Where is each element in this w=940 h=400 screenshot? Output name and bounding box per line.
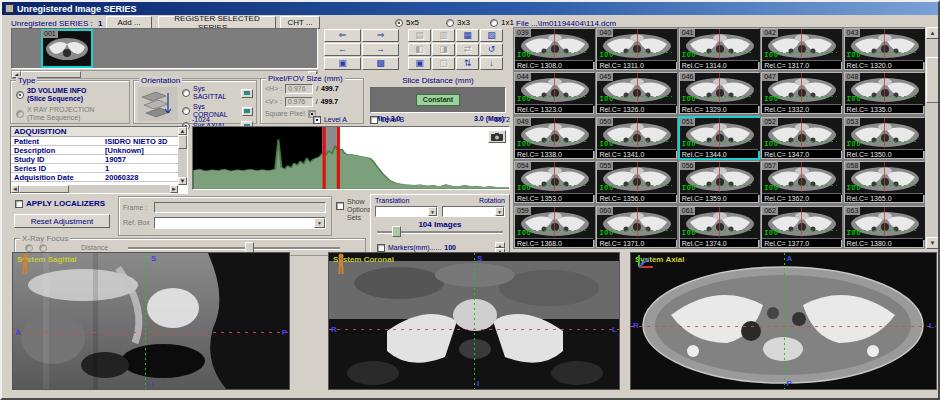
- refbox-dropdown-icon[interactable]: ▼: [314, 218, 325, 228]
- grid-vscrollbar[interactable]: ▲ ▼: [926, 27, 939, 249]
- snapshot-camera-button[interactable]: [488, 130, 506, 143]
- axial-crosshair-vline[interactable]: [784, 253, 785, 389]
- acq-scroll-up-icon[interactable]: ▲: [178, 127, 187, 135]
- radio-xray-projection[interactable]: [16, 110, 24, 118]
- table-row[interactable]: ModalityCT: [11, 182, 179, 184]
- copy-series-button[interactable]: ▥: [432, 29, 455, 42]
- slice-position-thumb[interactable]: [392, 226, 401, 237]
- push-series-left-button[interactable]: ⇐: [324, 29, 361, 42]
- move-image-right-button[interactable]: →: [362, 43, 399, 56]
- acquisition-hscrollbar[interactable]: ◄ ►: [11, 185, 178, 193]
- flip-vertical-button[interactable]: ◨: [432, 43, 455, 56]
- sagittal-view[interactable]: System Sagittal S I A P: [12, 252, 290, 390]
- sagittal-crosshair-hline[interactable]: [13, 332, 289, 333]
- axial-view[interactable]: System Axial A P R L: [630, 252, 937, 390]
- orientation-option-sagittal[interactable]: Sys SAGITTAL: [182, 85, 256, 101]
- acq-vscroll-thumb[interactable]: [178, 135, 187, 149]
- remove-image-button[interactable]: ▣: [324, 57, 361, 70]
- slice-thumbnail[interactable]: 050 100 Rel.C= 1341.0: [596, 117, 676, 159]
- slice-thumbnail[interactable]: 052 100 Rel.C= 1347.0: [761, 117, 841, 159]
- grid-layout-option-1x1[interactable]: 1x1: [490, 18, 514, 28]
- translation-field[interactable]: ▼: [375, 206, 438, 217]
- rotation-field[interactable]: ▼: [442, 206, 505, 217]
- slice-thumbnail[interactable]: 048 100 Rel.C= 1335.0: [844, 72, 924, 114]
- series-filmstrip[interactable]: 001: [11, 28, 318, 69]
- level-b-checkbox[interactable]: [370, 116, 378, 124]
- radio-3d-volume[interactable]: [16, 91, 24, 99]
- markers-checkbox[interactable]: [377, 244, 385, 252]
- grid-layout-option-5x5[interactable]: 5x5: [395, 18, 419, 28]
- slice-thumbnail[interactable]: 039 100 Rel.C= 1308.0: [514, 28, 594, 70]
- reorder-stack-button[interactable]: ⇅: [456, 57, 479, 70]
- show-optional-checkbox[interactable]: [336, 202, 344, 210]
- print-grid-button[interactable]: ▦: [456, 29, 479, 42]
- slice-thumbnail[interactable]: 046 100 Rel.C= 1329.0: [679, 72, 759, 114]
- slice-thumbnail[interactable]: 056 100 Rel.C= 1359.0: [679, 161, 759, 203]
- grid-vscroll-thumb[interactable]: [926, 57, 939, 103]
- apply-localizers-toggle[interactable]: APPLY LOCALIZERS: [15, 199, 105, 209]
- reset-adjustment-button[interactable]: Reset Adjustment: [14, 214, 110, 228]
- acquisition-vscrollbar[interactable]: ▲ ▼: [178, 127, 187, 185]
- slice-thumbnail[interactable]: 045 100 Rel.C= 1326.0: [596, 72, 676, 114]
- apply-localizers-checkbox[interactable]: [15, 200, 23, 208]
- acq-scroll-left-icon[interactable]: ◄: [11, 185, 19, 193]
- coronal-view[interactable]: System Coronal S I R L: [328, 252, 620, 390]
- push-series-right-button[interactable]: ⇒: [362, 29, 399, 42]
- slice-thumbnail[interactable]: 041 100 Rel.C= 1314.0: [679, 28, 759, 70]
- coronal-crosshair-hline[interactable]: [329, 329, 619, 330]
- frame-field[interactable]: [154, 202, 326, 213]
- xray-focus-radio-1[interactable]: [25, 244, 33, 252]
- pixel-v-value[interactable]: 0.976: [285, 97, 313, 107]
- slice-thumbnail[interactable]: 047 100 Rel.C= 1332.0: [761, 72, 841, 114]
- level-a-toggle[interactable]: Level A: [313, 116, 347, 124]
- slice-thumbnail[interactable]: 061 100 Rel.C= 1374.0: [679, 206, 759, 248]
- radio-sys-sagittal[interactable]: [182, 89, 190, 97]
- level-a-checkbox[interactable]: [313, 116, 321, 124]
- slice-thumbnail[interactable]: 055 100 Rel.C= 1356.0: [596, 161, 676, 203]
- filmstrip-selected-thumbnail[interactable]: 001: [42, 30, 92, 67]
- swap-views-button[interactable]: ⇄: [456, 43, 479, 56]
- slice-thumbnail[interactable]: 053 100 Rel.C= 1350.0: [844, 117, 924, 159]
- slice-thumbnail[interactable]: 054 100 Rel.C= 1353.0: [514, 161, 594, 203]
- slice-thumbnail[interactable]: 040 100 Rel.C= 1311.0: [596, 28, 676, 70]
- acq-hscroll-thumb[interactable]: [19, 185, 69, 193]
- radio-5x5[interactable]: [395, 19, 403, 27]
- acq-scroll-down-icon[interactable]: ▼: [178, 177, 187, 185]
- sagittal-preview-button[interactable]: [241, 89, 253, 98]
- grid-layout-option-3x3[interactable]: 3x3: [446, 18, 470, 28]
- slice-thumbnail[interactable]: 057 100 Rel.C= 1362.0: [761, 161, 841, 203]
- distance-slider[interactable]: [128, 247, 340, 249]
- pixel-h-value[interactable]: 0.976: [285, 84, 313, 94]
- radio-1x1[interactable]: [490, 19, 498, 27]
- slice-thumbnail[interactable]: 059 100 Rel.C= 1368.0: [514, 206, 594, 248]
- xray-focus-radio-2[interactable]: [39, 244, 47, 252]
- level-b-toggle[interactable]: Level B: [370, 116, 404, 124]
- axial-crosshair-hline[interactable]: [631, 326, 936, 327]
- slice-thumbnail[interactable]: 044 100 Rel.C= 1323.0: [514, 72, 594, 114]
- sort-descending-button[interactable]: ↓: [480, 57, 503, 70]
- rotation-dropdown-icon[interactable]: ▼: [495, 207, 504, 216]
- sagittal-crosshair-vline[interactable]: [145, 253, 146, 389]
- grid-scroll-up-icon[interactable]: ▲: [926, 27, 939, 39]
- slice-thumbnail[interactable]: 042 100 Rel.C= 1317.0: [761, 28, 841, 70]
- slice-thumbnail[interactable]: 043 100 Rel.C= 1320.0: [844, 28, 924, 70]
- blank-tool-button[interactable]: ▢: [432, 57, 455, 70]
- slice-thumbnail[interactable]: 058 100 Rel.C= 1365.0: [844, 161, 924, 203]
- slice-position-slider[interactable]: [377, 231, 503, 233]
- slice-thumbnail[interactable]: 060 100 Rel.C= 1371.0: [596, 206, 676, 248]
- crop-region-button[interactable]: ▣: [408, 57, 431, 70]
- slice-thumbnail[interactable]: 063 100 Rel.C= 1380.0: [844, 206, 924, 248]
- slice-thumbnail[interactable]: 049 100 Rel.C= 1338.0: [514, 117, 594, 159]
- slice-thumbnail[interactable]: 051 100 Rel.C= 1344.0: [679, 117, 759, 159]
- coronal-crosshair-vline[interactable]: [474, 253, 475, 389]
- remove-all-button[interactable]: ▩: [362, 57, 399, 70]
- histogram-plot[interactable]: [192, 126, 510, 190]
- refbox-dropdown[interactable]: ▼: [154, 217, 326, 229]
- rotate-view-button[interactable]: ↺: [480, 43, 503, 56]
- copy-image-button[interactable]: ▤: [408, 29, 431, 42]
- acq-scroll-right-icon[interactable]: ►: [170, 185, 178, 193]
- radio-sys-coronal[interactable]: [182, 107, 190, 115]
- radio-3x3[interactable]: [446, 19, 454, 27]
- type-option-xray[interactable]: X RAY PROJECTION (Time Sequence): [16, 106, 129, 122]
- move-image-left-button[interactable]: ←: [324, 43, 361, 56]
